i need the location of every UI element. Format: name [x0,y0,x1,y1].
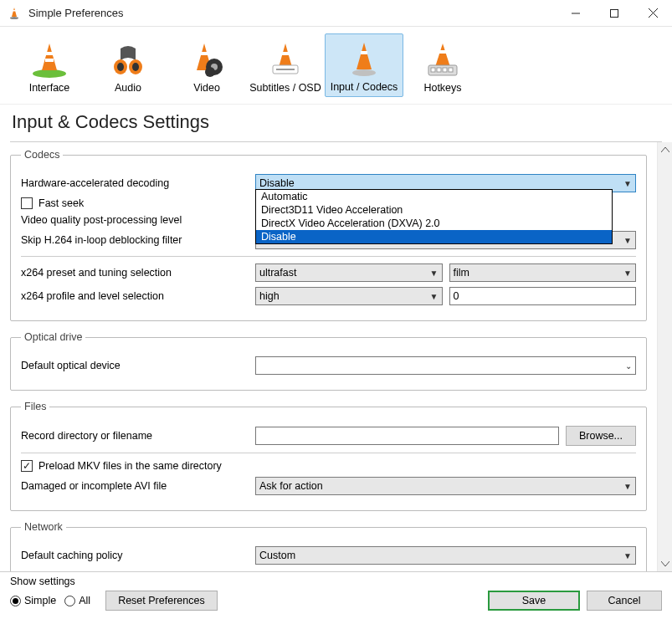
footer: Show settings Simple All Reset Preferenc… [0,571,672,619]
show-settings-label: Show settings [10,576,218,587]
subtitles-icon [265,40,305,79]
default-caching-select[interactable]: Custom ▼ [255,546,636,565]
titlebar: Simple Preferences [0,0,672,27]
group-legend: Codecs [21,149,63,161]
x264-tune-value: film [454,267,469,279]
default-optical-label: Default optical device [21,360,255,371]
svg-rect-33 [449,68,453,72]
cancel-button[interactable]: Cancel [587,591,662,611]
preload-mkv-checkbox[interactable]: Preload MKV files in the same directory [21,460,222,472]
x264-preset-select[interactable]: ultrafast ▼ [255,263,443,282]
svg-rect-32 [443,68,447,72]
skip-h264-label: Skip H.264 in-loop deblocking filter [21,234,255,246]
svg-point-14 [132,63,139,71]
svg-point-26 [352,69,376,76]
dropdown-option-automatic[interactable]: Automatic [256,190,612,203]
svg-rect-28 [439,50,446,54]
checkbox-box [21,197,33,209]
radio-all-label: All [79,595,90,606]
chevron-down-icon: ▼ [623,482,632,491]
tab-interface[interactable]: Interface [10,33,89,97]
damaged-avi-value: Ask for action [259,480,323,492]
hw-decoding-label: Hardware-accelerated decoding [21,177,255,189]
svg-point-13 [117,63,124,71]
checkbox-box [21,460,33,472]
settings-scroll-area: Codecs Hardware-accelerated decoding Dis… [0,142,657,571]
scroll-container: Codecs Hardware-accelerated decoding Dis… [0,142,672,571]
svg-rect-31 [437,68,441,72]
tab-video[interactable]: Video [167,33,246,97]
tab-hotkeys[interactable]: Hotkeys [403,33,482,97]
chevron-down-icon: ▼ [623,179,632,188]
tab-label: Hotkeys [423,82,461,94]
group-legend: Optical drive [21,331,85,343]
maximize-button[interactable] [595,0,634,27]
tab-label: Input / Codecs [331,81,398,93]
scroll-up-icon[interactable] [658,142,672,157]
default-caching-value: Custom [259,550,295,561]
chevron-down-icon: ⌄ [625,361,632,371]
close-button[interactable] [634,0,672,27]
tab-audio[interactable]: Audio [89,33,167,97]
input-codecs-icon [344,39,384,78]
radio-dot [64,596,75,606]
x264-level-input[interactable] [449,287,637,305]
browse-button[interactable]: Browse... [566,426,636,446]
reset-preferences-button[interactable]: Reset Preferences [105,591,218,611]
x264-profile-label: x264 profile and level selection [21,290,255,302]
default-optical-select[interactable]: ⌄ [255,356,636,375]
preload-mkv-label: Preload MKV files in the same directory [38,460,222,472]
group-legend: Network [21,521,66,533]
record-dir-label: Record directory or filename [21,430,255,442]
dropdown-option-d3d11[interactable]: Direct3D11 Video Acceleration [256,203,612,217]
show-settings-radiogroup: Simple All Reset Preferences [10,591,218,611]
scroll-down-icon[interactable] [658,556,672,571]
damaged-avi-label: Damaged or incomplete AVI file [21,480,255,492]
svg-rect-21 [282,52,289,55]
tab-input-codecs[interactable]: Input / Codecs [325,33,403,97]
x264-tune-select[interactable]: film ▼ [449,263,637,282]
chevron-down-icon: ▼ [623,236,632,245]
hotkeys-icon [423,40,463,79]
svg-marker-24 [357,43,372,69]
page-title: Input & Codecs Settings [0,105,672,141]
fast-seek-checkbox[interactable]: Fast seek [21,197,84,209]
scrollbar-track[interactable] [658,157,672,556]
minimize-button[interactable] [557,0,595,27]
dropdown-option-disable[interactable]: Disable [256,230,612,243]
chevron-down-icon: ▼ [623,269,632,278]
record-dir-input[interactable] [255,427,559,445]
group-optical: Optical drive Default optical device ⌄ [10,331,647,391]
svg-marker-27 [435,43,450,67]
audio-icon [108,40,148,79]
vq-post-label: Video quality post-processing level [21,214,255,226]
radio-simple-label: Simple [24,595,56,606]
radio-all[interactable]: All [64,595,90,606]
vertical-scrollbar[interactable] [657,142,672,571]
dropdown-option-dxva2[interactable]: DirectX Video Acceleration (DXVA) 2.0 [256,217,612,230]
radio-dot [10,596,21,606]
group-files: Files Record directory or filename Brows… [10,401,647,511]
tab-label: Audio [115,82,141,94]
svg-rect-25 [361,51,367,54]
svg-point-7 [33,69,66,78]
divider [21,256,636,257]
video-icon [187,40,227,79]
chevron-down-icon: ▼ [430,269,439,278]
hw-decoding-value: Disable [259,177,295,189]
radio-simple[interactable]: Simple [10,595,56,606]
x264-profile-select[interactable]: high ▼ [255,287,443,305]
chevron-down-icon: ▼ [430,292,439,301]
hw-decoding-dropdown[interactable]: Automatic Direct3D11 Video Acceleration … [255,189,613,244]
tab-subtitles[interactable]: Subtitles / OSD [246,33,325,97]
damaged-avi-select[interactable]: Ask for action ▼ [255,477,636,495]
category-tabs: Interface Audio Video Subtitles / OSD In… [0,27,672,105]
tab-label: Video [193,82,220,94]
svg-rect-1 [13,10,16,12]
save-button[interactable]: Save [488,591,580,611]
fast-seek-label: Fast seek [38,197,84,209]
default-caching-label: Default caching policy [21,550,255,561]
svg-marker-8 [42,43,57,70]
x264-preset-label: x264 preset and tuning selection [21,267,255,279]
group-network: Network Default caching policy Custom ▼ [10,521,647,571]
